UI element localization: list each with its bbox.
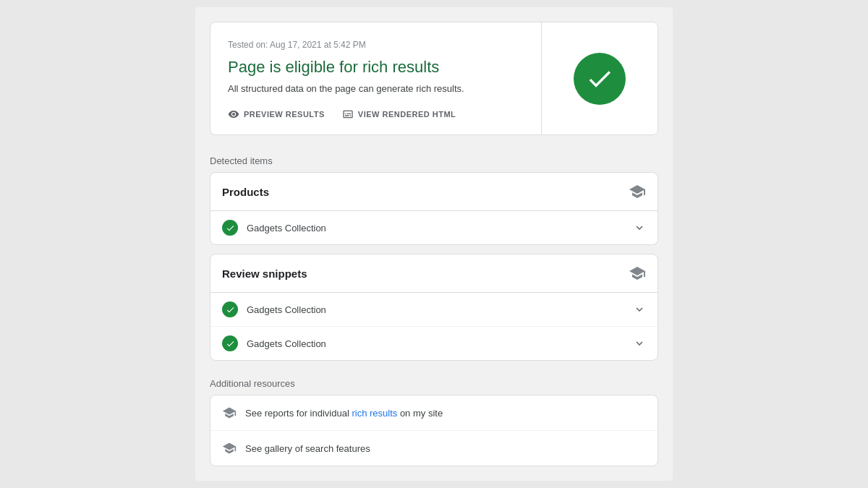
products-item-left-0: Gadgets Collection <box>222 220 326 236</box>
review-snippets-item-left-1: Gadgets Collection <box>222 335 326 351</box>
products-item-name-0: Gadgets Collection <box>247 223 326 234</box>
checkmark-small-icon-review-1 <box>226 339 235 348</box>
main-container: Tested on: Aug 17, 2021 at 5:42 PM Page … <box>195 7 673 481</box>
rich-results-link[interactable]: rich results <box>352 408 397 419</box>
products-title: Products <box>222 186 269 198</box>
additional-resources-label: Additional resources <box>195 369 673 395</box>
review-check-icon-0 <box>222 301 238 317</box>
review-snippets-item-name-0: Gadgets Collection <box>247 304 326 315</box>
products-card: Products Gadgets Collection <box>210 172 658 245</box>
view-html-button[interactable]: VIEW RENDERED HTML <box>342 108 456 120</box>
preview-results-button[interactable]: PREVIEW RESULTS <box>228 108 325 120</box>
resource-link-0[interactable]: See reports for individual rich results … <box>245 408 443 419</box>
graduation-cap-icon-review <box>629 265 646 282</box>
chevron-down-icon-products-0[interactable] <box>633 221 646 234</box>
checkmark-small-icon <box>226 223 235 233</box>
graduation-cap-icon <box>629 183 646 200</box>
code-icon <box>342 108 354 120</box>
status-icon-area <box>542 22 658 135</box>
page-subtitle: All structured data on the page can gene… <box>228 83 524 94</box>
chevron-down-icon-review-0[interactable] <box>633 303 646 316</box>
success-check-circle <box>574 53 626 105</box>
page-title: Page is eligible for rich results <box>228 57 524 78</box>
review-snippets-item-name-1: Gadgets Collection <box>247 338 326 349</box>
detected-items-label: Detected items <box>195 147 673 172</box>
review-check-icon-1 <box>222 335 238 351</box>
graduation-cap-icon-resource-1 <box>222 441 237 455</box>
checkmark-small-icon-review-0 <box>226 305 235 314</box>
review-snippets-card: Review snippets Gadgets Collection <box>210 254 658 361</box>
resource-link-1[interactable]: See gallery of search features <box>245 443 370 454</box>
resources-card: See reports for individual rich results … <box>210 395 658 466</box>
tested-on-label: Tested on: Aug 17, 2021 at 5:42 PM <box>228 40 524 50</box>
review-snippets-card-header: Review snippets <box>210 254 658 293</box>
products-card-header: Products <box>210 173 658 211</box>
products-item-row-0[interactable]: Gadgets Collection <box>210 211 658 244</box>
chevron-down-icon-review-1[interactable] <box>633 337 646 350</box>
graduation-cap-icon-resource-0 <box>222 406 237 420</box>
eye-icon <box>228 108 239 120</box>
review-snippets-item-row-0[interactable]: Gadgets Collection <box>210 293 658 327</box>
checkmark-icon <box>585 64 614 93</box>
preview-results-label: PREVIEW RESULTS <box>244 110 325 119</box>
review-snippets-item-row-1[interactable]: Gadgets Collection <box>210 327 658 360</box>
review-snippets-item-left-0: Gadgets Collection <box>222 301 326 317</box>
review-snippets-title: Review snippets <box>222 267 307 280</box>
resource-row-1: See gallery of search features <box>210 431 658 466</box>
status-card: Tested on: Aug 17, 2021 at 5:42 PM Page … <box>210 22 658 136</box>
view-html-label: VIEW RENDERED HTML <box>358 110 456 119</box>
resource-row-0: See reports for individual rich results … <box>210 395 658 431</box>
products-check-icon-0 <box>222 220 238 236</box>
status-card-left: Tested on: Aug 17, 2021 at 5:42 PM Page … <box>210 22 542 135</box>
action-links: PREVIEW RESULTS VIEW RENDERED HTML <box>228 108 524 120</box>
